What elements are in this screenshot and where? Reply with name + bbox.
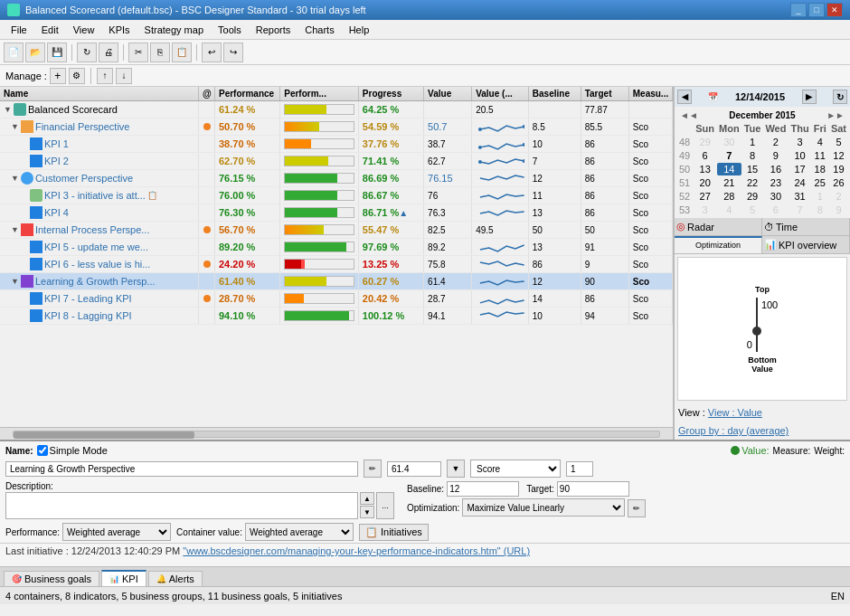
last-initiative-link[interactable]: "www.bscdesigner.com/managing-your-key-p… [183,545,530,556]
chart-area: Top 0 100 BottomValue [677,257,847,401]
th-baseline[interactable]: Baseline [529,87,581,100]
table-row[interactable]: ▶ KPI 8 - Lagging KPI 94.10 % 100.12 % 9… [0,308,673,325]
table-row[interactable]: ▼ Financial Perspective 50.70 % 54.59 % … [0,118,673,136]
th-target[interactable]: Target [581,87,629,100]
kpi-icon [30,137,42,150]
value-input[interactable] [387,461,441,477]
opt-edit-btn[interactable]: ✏ [628,499,646,517]
svg-point-0 [478,128,482,131]
value-arrow-button[interactable]: ▼ [447,460,465,478]
menu-help[interactable]: Help [342,23,377,37]
cal-icon: 📅 [708,92,718,101]
initiative-icon [30,189,42,202]
close-button[interactable]: ✕ [826,3,843,17]
menu-charts[interactable]: Charts [298,23,341,37]
group-by-link[interactable]: Group by : day (average) [675,422,850,440]
desc-more[interactable]: ... [376,492,394,519]
view-link[interactable]: View : View : Value [675,403,850,422]
menu-strategy[interactable]: Strategy map [137,23,211,37]
desc-up[interactable]: ▲ [360,492,374,505]
tab-business-goals[interactable]: 🎯 Business goals [4,571,99,586]
tab-alerts[interactable]: 🔔 Alerts [148,571,203,586]
lg-icon [21,275,33,288]
th-progress[interactable]: Progress [359,87,424,100]
calendar: ◄◄ December 2015 ►► Sun Mon Tue Wed Thu … [675,107,850,218]
name-label: Name: [5,446,33,456]
menu-tools[interactable]: Tools [211,23,249,37]
th-value2[interactable]: Value (... [472,87,529,100]
tb-print[interactable]: 🖨 [99,43,118,62]
menu-view[interactable]: View [66,23,102,37]
initiatives-button[interactable]: 📋Initiatives [359,524,429,541]
container-select[interactable]: Weighted average [245,523,354,541]
cal-forward-icon[interactable]: ▶ [802,90,817,104]
th-name[interactable]: Name [0,87,199,100]
manage-add[interactable]: + [50,68,66,84]
tb-new[interactable]: 📄 [4,43,24,62]
tb-paste[interactable]: 📋 [172,43,192,62]
tab-kpi[interactable]: 📊 KPI [101,570,146,586]
desc-down[interactable]: ▼ [360,506,374,518]
table-row[interactable]: ▼ Customer Perspective 76.15 % 86.69 % 7… [0,170,673,187]
manage-down[interactable]: ↓ [116,68,132,84]
status-tabs: 🎯 Business goals 📊 KPI 🔔 Alerts [0,566,850,586]
tab-optimization[interactable]: Optimization [675,236,762,253]
cal-prev-month[interactable]: ◄◄ [680,110,698,120]
menu-file[interactable]: File [4,23,34,37]
table-row[interactable]: ▶ KPI 2 62.70 % 71.41 % 62.7 7 86 Sco [0,153,673,170]
table-row[interactable]: ▶ KPI 5 - update me we... 89.20 % 97.69 … [0,239,673,256]
tb-cut[interactable]: ✂ [128,43,148,62]
name-edit-button[interactable]: ✏ [364,460,382,478]
th-measure[interactable]: Measu... [629,87,673,100]
th-performance[interactable]: Performance [215,87,280,100]
maximize-button[interactable]: □ [808,3,825,17]
tb-refresh[interactable]: ↻ [77,43,97,62]
tab-time[interactable]: ⏱Time [762,218,850,235]
kpi-icon [30,292,42,305]
ip-icon [21,223,33,236]
description-input[interactable] [5,492,358,519]
target-input[interactable] [557,481,629,497]
measure-select[interactable]: Score [470,460,561,478]
th-value[interactable]: Value [424,87,472,100]
name-input[interactable] [5,461,358,477]
optimization-select[interactable]: Maximize Value Linearly [462,498,625,516]
manage-up[interactable]: ↑ [97,68,113,84]
tab-kpi-overview[interactable]: 📊KPI overview [762,236,850,253]
performance-select[interactable]: Weighted average [62,523,171,541]
weight-input[interactable] [566,461,593,477]
th-perfbar[interactable]: Perform... [280,87,359,100]
title-text: Balanced Scorecard (default.bsc) - BSC D… [25,5,366,15]
kpi-table-panel: Name @ Performance Perform... Progress V… [0,87,674,440]
tb-redo[interactable]: ↪ [223,43,243,62]
cal-back-icon[interactable]: ◀ [677,90,692,104]
description-label: Description: [5,481,394,491]
tb-save[interactable]: 💾 [47,43,67,62]
table-row[interactable]: ▶ KPI 7 - Leading KPI 28.70 % 20.42 % 28… [0,290,673,308]
h-scrollbar[interactable] [0,427,673,440]
table-row[interactable]: ▶ KPI 6 - less value is hi... 24.20 % 13… [0,256,673,273]
baseline-input[interactable] [447,481,519,497]
cal-refresh-icon[interactable]: ↻ [833,90,847,104]
minimize-button[interactable]: _ [790,3,807,17]
app-icon [7,4,20,16]
table-row[interactable]: ▶ KPI 1 38.70 % 37.76 % 38.7 10 86 Sco [0,136,673,153]
table-row[interactable]: ▶ KPI 3 - initiative is att... 📋 76.00 %… [0,187,673,204]
menu-kpis[interactable]: KPIs [101,23,137,37]
simple-mode-checkbox[interactable] [37,445,48,456]
cp-icon [21,172,33,185]
table-row[interactable]: ▼ Learning & Growth Persp... 61.40 % 60.… [0,273,673,290]
tb-open[interactable]: 📂 [25,43,45,62]
table-row[interactable]: ▶ KPI 4 76.30 % 86.71 % ▲ 76.3 13 86 Sco [0,204,673,222]
th-at[interactable]: @ [199,87,215,100]
cal-next-month[interactable]: ►► [826,110,845,120]
table-row[interactable]: ▼ Balanced Scorecard 61.24 % 64.25 % 20.… [0,101,673,118]
tb-copy[interactable]: ⎘ [150,43,170,62]
menu-edit[interactable]: Edit [34,23,66,37]
tab-radar[interactable]: ◎Radar [675,218,762,235]
manage-settings[interactable]: ⚙ [69,68,85,84]
performance-label: Performance: [5,527,60,537]
menu-reports[interactable]: Reports [249,23,298,37]
table-row[interactable]: ▼ Internal Process Perspe... 56.70 % 55.… [0,222,673,239]
tb-undo[interactable]: ↩ [202,43,222,62]
